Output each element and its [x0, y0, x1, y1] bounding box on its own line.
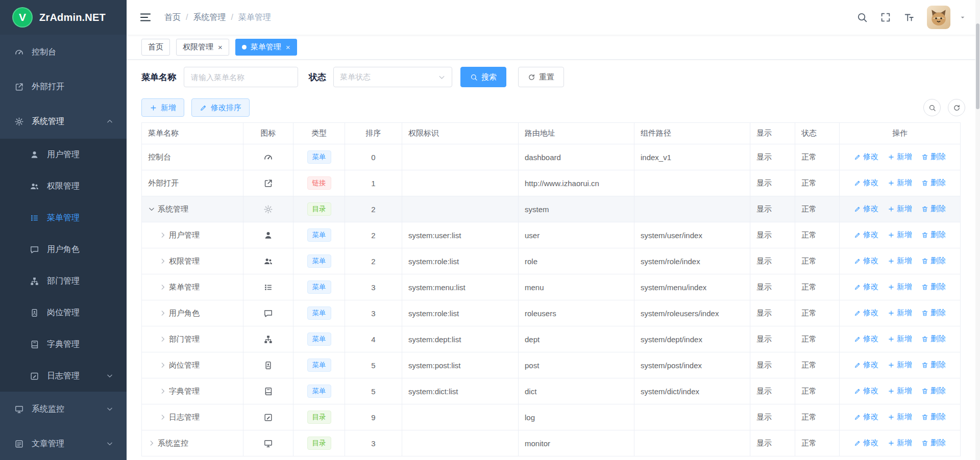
delete-row-link[interactable]: 删除 — [921, 360, 946, 370]
cell-type: 菜单 — [293, 144, 345, 170]
edit-row-link[interactable]: 修改 — [854, 360, 878, 370]
delete-row-link[interactable]: 删除 — [921, 282, 946, 292]
cell-route: dashboard — [519, 144, 634, 170]
user-menu-caret-icon[interactable] — [959, 13, 967, 21]
delete-row-link[interactable]: 删除 — [921, 152, 946, 162]
add-row-link[interactable]: 新增 — [888, 334, 912, 344]
sidebar-item-dashboard[interactable]: 控制台 — [0, 35, 127, 69]
search-icon[interactable] — [856, 12, 868, 23]
menu-name-text: 系统监控 — [158, 439, 188, 448]
edit-icon — [854, 440, 861, 447]
sidebar-item-user[interactable]: 用户管理 — [0, 139, 127, 170]
refresh-table-button[interactable] — [948, 99, 965, 116]
delete-row-link[interactable]: 删除 — [921, 230, 946, 240]
add-row-link[interactable]: 新增 — [888, 438, 912, 448]
cell-permission — [402, 404, 519, 430]
page-scrollbar[interactable] — [975, 0, 980, 460]
search-button[interactable]: 搜索 — [460, 67, 506, 87]
sidebar-item-log[interactable]: 日志管理 — [0, 360, 127, 392]
menu-name-input[interactable] — [184, 67, 298, 87]
sidebar-toggle-button[interactable] — [139, 11, 152, 24]
tab-menu[interactable]: 菜单管理× — [235, 39, 297, 56]
sidebar-item-dept[interactable]: 部门管理 — [0, 265, 127, 297]
edit-row-link[interactable]: 修改 — [854, 178, 878, 188]
menu-status-select[interactable]: 菜单状态 — [333, 67, 452, 87]
add-row-link[interactable]: 新增 — [888, 308, 912, 318]
edit-icon — [854, 284, 861, 291]
cell-route: role — [519, 248, 634, 274]
delete-row-link[interactable]: 删除 — [921, 438, 946, 448]
trash-icon — [921, 284, 928, 291]
add-row-link[interactable]: 新增 — [888, 256, 912, 266]
delete-row-link[interactable]: 删除 — [921, 178, 946, 188]
sidebar-item-system[interactable]: 系统管理 — [0, 104, 127, 139]
cell-permission: system:dept:list — [402, 326, 519, 352]
sidebar-item-dict[interactable]: 字典管理 — [0, 328, 127, 360]
sidebar-item-monitor[interactable]: 系统监控 — [0, 392, 127, 426]
edit-row-link[interactable]: 修改 — [854, 308, 878, 318]
toggle-search-button[interactable] — [923, 99, 941, 116]
delete-row-link[interactable]: 删除 — [921, 204, 946, 214]
edit-row-link[interactable]: 修改 — [854, 152, 878, 162]
cell-status: 正常 — [795, 300, 840, 326]
edit-row-link[interactable]: 修改 — [854, 204, 878, 214]
delete-row-link[interactable]: 删除 — [921, 256, 946, 266]
menu-name-text: 日志管理 — [169, 413, 200, 422]
add-row-link[interactable]: 新增 — [888, 230, 912, 240]
edit-row-link[interactable]: 修改 — [854, 230, 878, 240]
sidebar-item-roleusers[interactable]: 用户角色 — [0, 234, 127, 265]
add-row-link[interactable]: 新增 — [888, 282, 912, 292]
add-row-link[interactable]: 新增 — [888, 386, 912, 396]
scrollbar-thumb[interactable] — [976, 23, 979, 109]
delete-row-link[interactable]: 删除 — [921, 308, 946, 318]
breadcrumb-separator: / — [231, 13, 233, 22]
delete-row-link[interactable]: 删除 — [921, 386, 946, 396]
reset-button[interactable]: 重置 — [518, 67, 564, 87]
external-link-icon — [14, 82, 24, 92]
breadcrumb-item[interactable]: 首页 — [164, 12, 181, 23]
cell-status: 正常 — [795, 404, 840, 430]
tab-role[interactable]: 权限管理× — [176, 39, 229, 56]
cell-operations: 修改新增删除 — [840, 274, 961, 300]
sidebar-item-post[interactable]: 岗位管理 — [0, 297, 127, 328]
sidebar-item-role[interactable]: 权限管理 — [0, 170, 127, 202]
breadcrumb-item[interactable]: 系统管理 — [193, 12, 226, 23]
gear-icon — [263, 205, 273, 214]
font-size-icon[interactable] — [903, 12, 915, 23]
tab-close-icon[interactable]: × — [286, 43, 290, 51]
trash-icon — [921, 388, 928, 395]
add-row-link[interactable]: 新增 — [888, 412, 912, 422]
edit-row-link[interactable]: 修改 — [854, 282, 878, 292]
add-button[interactable]: 新增 — [141, 98, 184, 117]
tab-home[interactable]: 首页 — [141, 39, 170, 56]
users-icon — [263, 257, 273, 266]
sidebar-item-external[interactable]: 外部打开 — [0, 69, 127, 104]
edit-row-link[interactable]: 修改 — [854, 412, 878, 422]
cell-status: 正常 — [795, 170, 840, 196]
edit-row-link[interactable]: 修改 — [854, 386, 878, 396]
tab-label: 首页 — [148, 42, 163, 52]
cell-sort: 3 — [345, 274, 402, 300]
edit-sort-button[interactable]: 修改排序 — [191, 98, 250, 117]
cell-icon — [243, 300, 293, 326]
edit-row-link[interactable]: 修改 — [854, 438, 878, 448]
delete-row-link[interactable]: 删除 — [921, 334, 946, 344]
sidebar-item-menu[interactable]: 菜单管理 — [0, 202, 127, 234]
edit-row-link[interactable]: 修改 — [854, 256, 878, 266]
edit-row-link[interactable]: 修改 — [854, 334, 878, 344]
avatar[interactable] — [927, 6, 950, 29]
tab-close-icon[interactable]: × — [218, 43, 223, 51]
fullscreen-icon[interactable] — [880, 12, 891, 23]
column-header: 菜单名称 — [142, 123, 243, 144]
type-tag: 目录 — [307, 202, 331, 216]
cell-operations: 修改新增删除 — [840, 430, 961, 456]
add-row-link[interactable]: 新增 — [888, 152, 912, 162]
add-row-link[interactable]: 新增 — [888, 360, 912, 370]
edit-icon — [854, 258, 861, 265]
chevron-down-icon — [106, 440, 113, 447]
plus-icon — [888, 440, 895, 447]
add-row-link[interactable]: 新增 — [888, 178, 912, 188]
sidebar-item-article[interactable]: 文章管理 — [0, 426, 127, 460]
delete-row-link[interactable]: 删除 — [921, 412, 946, 422]
add-row-link[interactable]: 新增 — [888, 204, 912, 214]
